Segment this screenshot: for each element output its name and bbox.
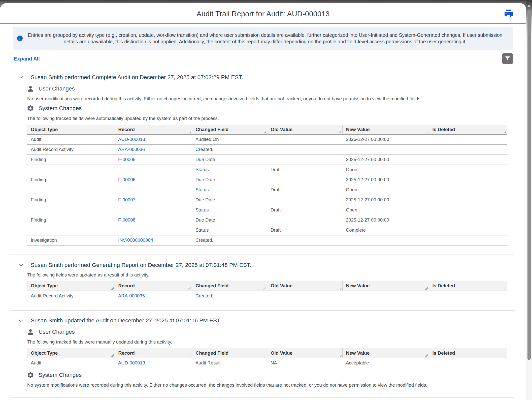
record-link[interactable]: ARA-000035 [118,293,145,298]
table-cell: Finding [27,175,115,185]
section-header[interactable]: Susan Smith performed Complete Audit on … [0,74,526,81]
table-row: AuditAUD-000013Audited On2025-12-27 00:0… [27,134,507,144]
table-cell: Audit Record Activity [27,144,115,155]
chevron-down-icon[interactable] [18,317,24,324]
gear-icon [27,105,34,112]
record-link[interactable]: F-00006 [118,177,136,182]
column-resize-handle[interactable] [188,287,191,290]
table-cell [267,175,342,185]
table-cell: Audit [27,358,115,368]
column-resize-handle[interactable] [111,354,114,357]
column-header-label: Is Deleted [433,283,455,288]
column-header-label: Object Type [31,283,58,288]
section-title: Susan Smith performed Complete Audit on … [31,74,243,81]
filter-button[interactable] [502,53,513,64]
vertical-scrollbar[interactable] [526,0,532,400]
column-resize-handle[interactable] [263,354,266,357]
table-cell: F-00007 [115,195,192,205]
record-link[interactable]: F-00005 [118,157,136,162]
table-cell: Draft [267,205,342,215]
changes-table: Object TypeRecordChanged FieldOld ValueN… [27,281,507,301]
table-cell [429,358,507,368]
chevron-down-icon[interactable] [18,74,24,81]
column-header: Is Deleted [429,125,507,134]
table-cell: Due Date [192,215,267,225]
expand-all-link[interactable]: Expand All [14,53,40,64]
subsection-heading: System Changes [39,372,82,378]
table-cell: Created. [192,144,267,155]
section-divider [10,255,514,255]
column-header-label: New Value [346,127,370,132]
table-row: FindingF-00006Due Date2025-12-27 00:00:0… [27,175,507,185]
table-cell [429,235,507,245]
column-resize-handle[interactable] [111,131,114,133]
scrollbar-thumb[interactable] [527,10,531,360]
chevron-down-icon[interactable] [18,262,24,268]
record-link[interactable]: AUD-000013 [118,360,145,365]
table-row: FindingF-00008Due Date2025-12-27 00:00:0… [27,215,507,225]
table-cell: Finding [27,215,115,225]
column-resize-handle[interactable] [425,287,428,290]
column-resize-handle[interactable] [188,131,191,133]
table-cell [429,205,507,215]
table-cell [115,165,192,175]
table-cell [429,155,507,165]
record-link[interactable]: F-00008 [118,217,136,223]
column-header-label: Record [118,350,135,356]
table-cell: Investigation [27,235,115,245]
column-resize-handle[interactable] [504,354,506,357]
column-header-label: Record [118,283,135,288]
section-title: Susan Smith performed Generating Report … [31,262,251,269]
column-header: Old Value [267,348,342,358]
column-resize-handle[interactable] [263,287,266,290]
table-cell: 2025-12-27 00:00:00 [342,215,429,225]
column-header-label: Changed Field [196,350,229,356]
column-resize-handle[interactable] [504,131,506,133]
column-resize-handle[interactable] [504,287,506,290]
table-cell: Complete [342,225,429,235]
column-header: Object Type [27,125,115,134]
section-divider [10,310,514,311]
table-cell [267,235,342,245]
table-cell: Draft [267,185,342,195]
column-header: Is Deleted [429,348,507,358]
table-cell: ARA-000035 [115,291,192,301]
subsection-description: The following tracked fields were automa… [0,115,526,121]
scroll-up-arrow-icon[interactable] [527,5,531,7]
record-link[interactable]: F-00007 [118,197,136,202]
table-cell: 2025-12-27 00:00:00 [342,134,429,144]
table-cell: 2025-12-27 00:00:00 [342,155,429,165]
column-resize-handle[interactable] [339,131,342,133]
table-cell [429,165,507,175]
table-cell: ARA-000036 [115,144,192,155]
table-cell [267,134,342,144]
table-cell [115,185,192,195]
section-header[interactable]: Susan Smith updated the Audit on Decembe… [0,317,526,324]
column-resize-handle[interactable] [339,287,342,290]
audit-trail-report-dialog: Audit Trail Report for Audit: AUD-000013 [0,3,526,400]
table-row: FindingF-00007Due Date2025-12-27 00:00:0… [27,195,507,205]
column-resize-handle[interactable] [425,354,428,357]
column-header: Changed Field [192,348,267,358]
record-link[interactable]: ARA-000036 [118,147,145,152]
info-banner-text: Entries are grouped by activity type (e.… [13,27,513,45]
table-cell: Audited On [192,134,267,144]
table-cell: Open [342,205,429,215]
column-resize-handle[interactable] [339,354,342,357]
record-link[interactable]: AUD-000013 [118,137,145,142]
section-header[interactable]: Susan Smith performed Generating Report … [0,262,526,269]
column-resize-handle[interactable] [263,131,266,133]
table-cell [27,185,115,195]
column-resize-handle[interactable] [425,131,428,133]
table-cell: INV-0000000004 [115,235,192,245]
table-cell [27,225,115,235]
subsection-description: The following tracked fields were manual… [0,339,526,345]
column-header-label: Object Type [31,350,58,356]
print-button[interactable] [504,10,514,18]
column-resize-handle[interactable] [188,354,191,357]
table-cell: 2025-12-27 00:00:00 [342,175,429,185]
column-header: New Value [342,348,429,358]
record-link[interactable]: INV-0000000004 [118,237,153,243]
column-resize-handle[interactable] [111,287,114,290]
column-header: Changed Field [192,125,267,134]
